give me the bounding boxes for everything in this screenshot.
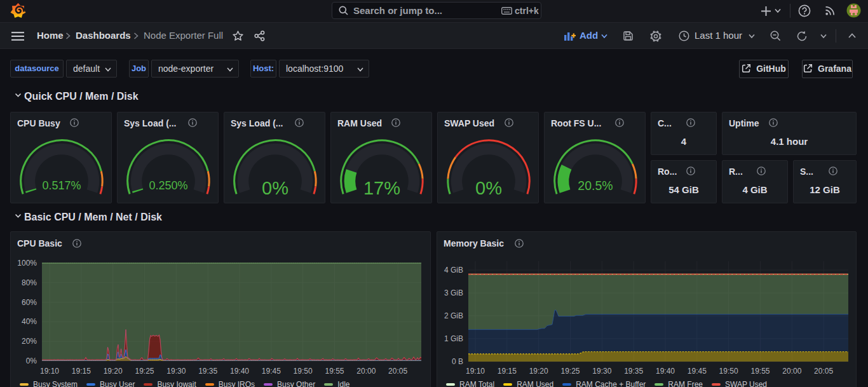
svg-text:19:15: 19:15 bbox=[498, 367, 517, 376]
svg-text:80%: 80% bbox=[22, 278, 37, 287]
svg-text:2 GiB: 2 GiB bbox=[444, 311, 463, 320]
svg-text:19:25: 19:25 bbox=[135, 367, 154, 376]
svg-text:100%: 100% bbox=[17, 259, 37, 268]
svg-text:19:20: 19:20 bbox=[529, 367, 548, 376]
svg-text:19:55: 19:55 bbox=[750, 367, 770, 376]
svg-text:1 GiB: 1 GiB bbox=[444, 334, 463, 343]
svg-text:19:25: 19:25 bbox=[560, 367, 580, 376]
svg-text:3 GiB: 3 GiB bbox=[444, 289, 463, 297]
svg-text:17%: 17% bbox=[363, 178, 400, 198]
svg-text:19:30: 19:30 bbox=[166, 367, 186, 376]
svg-text:19:50: 19:50 bbox=[294, 367, 313, 376]
svg-text:20:00: 20:00 bbox=[356, 367, 376, 376]
svg-text:4 GiB: 4 GiB bbox=[444, 266, 463, 275]
svg-text:20%: 20% bbox=[22, 337, 37, 346]
svg-text:19:20: 19:20 bbox=[104, 367, 123, 376]
svg-text:19:35: 19:35 bbox=[198, 367, 217, 376]
svg-text:19:10: 19:10 bbox=[466, 367, 485, 376]
svg-text:40%: 40% bbox=[22, 317, 37, 326]
svg-text:20.5%: 20.5% bbox=[578, 179, 613, 193]
svg-text:19:55: 19:55 bbox=[325, 367, 344, 376]
svg-text:20:05: 20:05 bbox=[388, 367, 407, 376]
svg-text:20:05: 20:05 bbox=[814, 367, 833, 376]
svg-text:19:45: 19:45 bbox=[688, 367, 707, 376]
svg-text:0.250%: 0.250% bbox=[149, 179, 187, 192]
svg-text:0%: 0% bbox=[26, 356, 37, 365]
svg-text:0.517%: 0.517% bbox=[42, 179, 81, 192]
svg-text:19:40: 19:40 bbox=[230, 367, 249, 376]
svg-text:0%: 0% bbox=[475, 178, 502, 198]
svg-text:19:15: 19:15 bbox=[72, 367, 91, 376]
svg-text:19:45: 19:45 bbox=[262, 367, 281, 376]
svg-text:0%: 0% bbox=[262, 178, 288, 198]
svg-text:60%: 60% bbox=[22, 298, 37, 307]
svg-text:19:35: 19:35 bbox=[624, 367, 643, 376]
svg-text:20:00: 20:00 bbox=[782, 367, 801, 376]
svg-text:19:10: 19:10 bbox=[40, 367, 59, 376]
svg-text:19:30: 19:30 bbox=[592, 367, 611, 376]
svg-text:19:50: 19:50 bbox=[719, 367, 738, 376]
svg-text:0 B: 0 B bbox=[452, 357, 463, 366]
svg-text:19:40: 19:40 bbox=[656, 367, 675, 376]
